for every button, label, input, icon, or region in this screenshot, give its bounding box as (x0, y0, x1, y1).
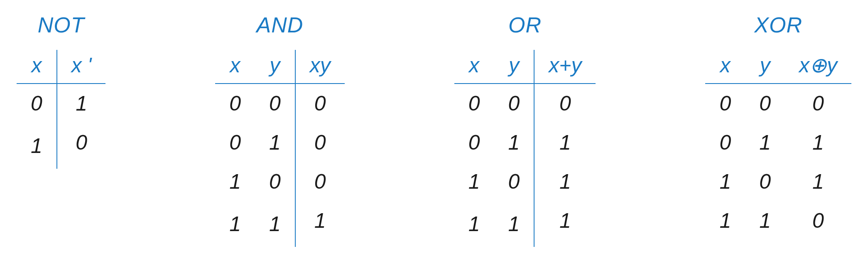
cell: 1 (745, 123, 785, 162)
table-row: 1 1 1 (454, 201, 596, 247)
truth-tables-row: NOT x x ' 0 1 1 0 AND (17, 12, 851, 247)
and-title: AND (257, 12, 304, 37)
xor-col-xxy: x⊕y (785, 50, 851, 84)
table-row: 0 1 0 (215, 123, 345, 162)
cell: 0 (295, 84, 345, 123)
cell: 0 (215, 123, 255, 162)
cell: 1 (534, 123, 596, 162)
cell: 1 (494, 201, 534, 247)
not-col-x: x (17, 50, 57, 84)
cell: 0 (454, 84, 494, 123)
cell: 1 (534, 162, 596, 201)
table-row: 1 1 1 (215, 201, 345, 247)
xor-table: x y x⊕y 0 0 0 0 1 1 1 0 (705, 50, 851, 240)
cell: 0 (57, 123, 105, 169)
cell: 1 (215, 162, 255, 201)
or-block: OR x y x+y 0 0 0 0 1 1 (454, 12, 596, 247)
table-row: 1 0 (17, 123, 105, 169)
cell: 1 (255, 201, 295, 247)
cell: 1 (454, 201, 494, 247)
cell: 0 (705, 123, 745, 162)
cell: 1 (534, 201, 596, 247)
cell: 0 (295, 123, 345, 162)
cell: 0 (494, 162, 534, 201)
table-row: 1 0 1 (454, 162, 596, 201)
not-table: x x ' 0 1 1 0 (17, 50, 105, 169)
table-row: 0 0 0 (215, 84, 345, 123)
cell: 1 (57, 84, 105, 123)
cell: 1 (494, 123, 534, 162)
cell: 1 (785, 162, 851, 201)
not-col-xprime: x ' (57, 50, 105, 84)
table-row: 1 1 0 (705, 201, 851, 240)
and-table: x y xy 0 0 0 0 1 0 1 0 (215, 50, 345, 247)
table-row: 0 1 1 (705, 123, 851, 162)
table-row: 0 1 (17, 84, 105, 123)
cell: 0 (745, 162, 785, 201)
cell: 1 (785, 123, 851, 162)
cell: 1 (255, 123, 295, 162)
or-col-xpy: x+y (534, 50, 596, 84)
and-col-xy: xy (295, 50, 345, 84)
xor-col-x: x (705, 50, 745, 84)
table-row: 1 0 0 (215, 162, 345, 201)
or-col-x: x (454, 50, 494, 84)
cell: 1 (454, 162, 494, 201)
cell: 1 (705, 162, 745, 201)
table-row: 1 0 1 (705, 162, 851, 201)
cell: 0 (255, 162, 295, 201)
and-block: AND x y xy 0 0 0 0 1 0 (215, 12, 345, 247)
and-col-x: x (215, 50, 255, 84)
cell: 0 (454, 123, 494, 162)
or-title: OR (508, 12, 542, 37)
cell: 1 (295, 201, 345, 247)
table-row: 0 1 1 (454, 123, 596, 162)
cell: 1 (745, 201, 785, 240)
or-table: x y x+y 0 0 0 0 1 1 1 0 (454, 50, 596, 247)
not-title: NOT (38, 12, 85, 37)
table-row: 0 0 0 (454, 84, 596, 123)
xor-title: XOR (754, 12, 802, 37)
or-col-y: y (494, 50, 534, 84)
cell: 0 (745, 84, 785, 123)
cell: 0 (705, 84, 745, 123)
cell: 0 (785, 201, 851, 240)
not-block: NOT x x ' 0 1 1 0 (17, 12, 105, 169)
cell: 0 (255, 84, 295, 123)
xor-col-y: y (745, 50, 785, 84)
xor-block: XOR x y x⊕y 0 0 0 0 1 1 (705, 12, 851, 240)
cell: 1 (705, 201, 745, 240)
cell: 0 (17, 84, 57, 123)
table-row: 0 0 0 (705, 84, 851, 123)
cell: 1 (17, 123, 57, 169)
cell: 0 (215, 84, 255, 123)
cell: 0 (534, 84, 596, 123)
and-col-y: y (255, 50, 295, 84)
cell: 1 (215, 201, 255, 247)
cell: 0 (494, 84, 534, 123)
cell: 0 (295, 162, 345, 201)
cell: 0 (785, 84, 851, 123)
